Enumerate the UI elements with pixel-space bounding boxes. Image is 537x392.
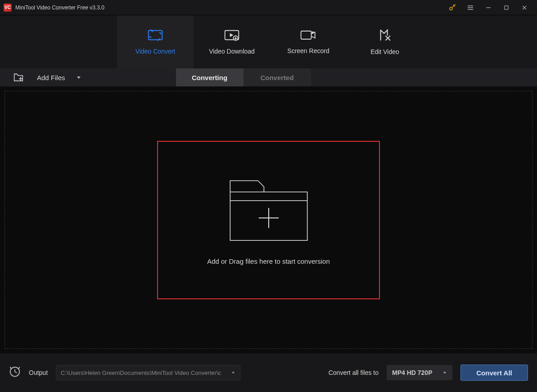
close-button[interactable] (515, 0, 533, 15)
chevron-down-icon (231, 370, 235, 375)
key-icon[interactable] (443, 0, 461, 15)
svg-marker-21 (232, 372, 235, 374)
minimize-button[interactable] (479, 0, 497, 15)
main-area: Add or Drag files here to start conversi… (0, 86, 537, 353)
maximize-button[interactable] (497, 0, 515, 15)
folder-plus-icon (227, 175, 311, 244)
tab-label: Screen Record (287, 47, 329, 54)
svg-rect-5 (505, 6, 508, 9)
subtabs: Converting Converted (176, 68, 311, 86)
menu-icon[interactable] (461, 0, 479, 15)
add-files-button[interactable]: Add Files (14, 73, 81, 82)
recent-icon[interactable] (9, 366, 21, 379)
svg-marker-10 (230, 33, 234, 37)
convert-all-button[interactable]: Convert All (460, 365, 528, 381)
add-files-label: Add Files (37, 74, 65, 81)
tab-label: Video Download (209, 48, 255, 55)
app-title: MiniTool Video Converter Free v3.3.0 (15, 5, 104, 11)
drop-zone[interactable]: Add or Drag files here to start conversi… (157, 141, 380, 299)
tab-screen-record[interactable]: Screen Record (270, 15, 347, 68)
convert-all-button-label: Convert All (476, 369, 512, 377)
svg-point-0 (450, 7, 452, 10)
svg-rect-12 (301, 31, 311, 39)
footer: Output C:\Users\Helen Green\Documents\Mi… (0, 353, 537, 392)
tab-video-download[interactable]: Video Download (194, 15, 270, 68)
toolbar: Add Files Converting Converted (0, 68, 537, 86)
tab-label: Video Convert (135, 48, 175, 55)
convert-all-label: Convert all files to (329, 369, 379, 376)
output-path-text: C:\Users\Helen Green\Documents\MiniTool … (61, 369, 231, 376)
subtab-label: Converting (192, 74, 227, 81)
svg-marker-22 (443, 372, 447, 374)
tab-edit-video[interactable]: Edit Video (347, 15, 423, 68)
subtab-label: Converted (260, 74, 293, 81)
chevron-down-icon (442, 370, 447, 375)
tab-label: Edit Video (370, 48, 399, 55)
drop-zone-outer: Add or Drag files here to start conversi… (5, 91, 532, 349)
titlebar: VC MiniTool Video Converter Free v3.3.0 (0, 0, 537, 15)
output-format-select[interactable]: MP4 HD 720P (387, 365, 452, 380)
output-format-text: MP4 HD 720P (392, 369, 442, 376)
svg-marker-16 (77, 77, 81, 79)
chevron-down-icon (76, 75, 81, 80)
output-label: Output (29, 369, 48, 376)
svg-point-13 (311, 32, 314, 34)
drop-zone-label: Add or Drag files here to start conversi… (207, 257, 330, 265)
subtab-converted[interactable]: Converted (244, 68, 311, 86)
subtab-converting[interactable]: Converting (176, 68, 244, 86)
tab-video-convert[interactable]: Video Convert (117, 15, 194, 68)
app-logo-icon: VC (4, 4, 12, 12)
main-tabs: Video Convert Video Download Screen Reco… (0, 15, 537, 68)
output-path-field[interactable]: C:\Users\Helen Green\Documents\MiniTool … (56, 365, 240, 380)
